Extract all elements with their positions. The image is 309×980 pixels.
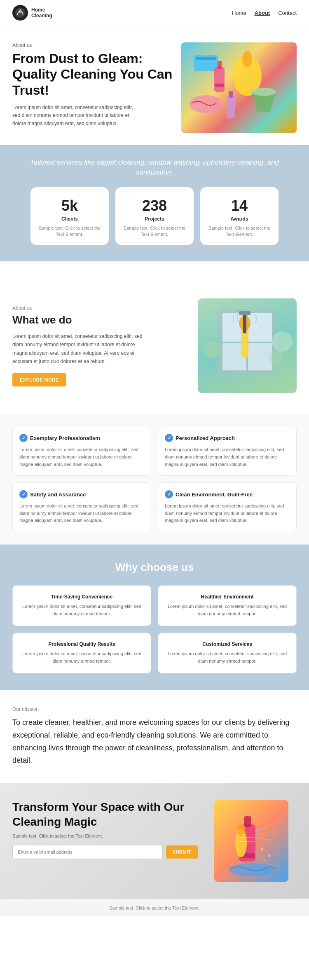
why-card-title-2: Professional Quality Results bbox=[20, 641, 143, 647]
feature-check-icon-3: ✓ bbox=[165, 490, 173, 498]
why-grid: Time-Saving Convenience Lorem ipsum dolo… bbox=[12, 585, 297, 673]
feature-title-row-2: ✓ Safety and Assurance bbox=[19, 490, 144, 498]
feature-desc-0: Lorem ipsum dolor sit amet, consetetur s… bbox=[19, 446, 144, 468]
why-card-title-3: Customized Services bbox=[166, 641, 289, 647]
nav-home[interactable]: Home bbox=[232, 10, 246, 16]
logo-text: Home Cleaning bbox=[31, 7, 52, 19]
svg-rect-12 bbox=[229, 91, 233, 98]
mission-section: Our mission To create cleaner, healthier… bbox=[0, 690, 309, 783]
logo: Home Cleaning bbox=[12, 5, 52, 21]
what-content: About us What we do Lorem ipsum dolor si… bbox=[12, 305, 185, 386]
svg-rect-31 bbox=[240, 841, 255, 842]
svg-rect-3 bbox=[196, 57, 216, 60]
nav-links: Home About Contact bbox=[232, 10, 297, 16]
svg-rect-20 bbox=[243, 313, 246, 333]
stats-tagline: Tailored services like carpet cleaning, … bbox=[12, 158, 297, 177]
feature-title-1: Personalized Approach bbox=[176, 435, 235, 441]
svg-rect-15 bbox=[248, 313, 272, 342]
stats-section: Tailored services like carpet cleaning, … bbox=[0, 145, 309, 261]
window-cleaning-illustration bbox=[202, 300, 293, 391]
feature-title-2: Safety and Assurance bbox=[30, 491, 86, 498]
hero-title: From Dust to Gleam: Quality Cleaning You… bbox=[12, 51, 173, 98]
logo-icon bbox=[12, 5, 28, 21]
stat-label-awards: Awards bbox=[207, 216, 272, 222]
cta-title: Transform Your Space with Our Cleaning M… bbox=[12, 800, 198, 830]
feature-card-1: ✓ Personalized Approach Lorem ipsum dolo… bbox=[158, 426, 297, 476]
svg-rect-21 bbox=[239, 311, 250, 315]
cta-section: Transform Your Space with Our Cleaning M… bbox=[0, 783, 309, 899]
svg-text:✦: ✦ bbox=[268, 854, 271, 858]
cta-form: SUBMIT bbox=[12, 845, 198, 859]
svg-text:✦: ✦ bbox=[263, 859, 266, 862]
svg-point-23 bbox=[272, 331, 293, 352]
why-card-desc-2: Lorem ipsum dolor sit amet, consetetur s… bbox=[20, 650, 143, 665]
why-card-3: Customized Services Lorem ipsum dolor si… bbox=[158, 633, 297, 673]
explore-more-button[interactable]: EXPLORE MORE bbox=[12, 373, 66, 386]
footer-bar: Sample text. Click to select the Text El… bbox=[0, 899, 309, 916]
feature-title-0: Exemplary Professionalism bbox=[30, 435, 100, 441]
what-description: Lorem ipsum dolor sit amet, consetetur s… bbox=[12, 332, 144, 366]
stat-label-projects: Projects bbox=[122, 216, 187, 222]
features-grid: ✓ Exemplary Professionalism Lorem ipsum … bbox=[12, 426, 297, 532]
stat-card-awards: 14 Awards Sample text. Click to select t… bbox=[200, 187, 279, 245]
svg-rect-7 bbox=[218, 61, 222, 69]
svg-rect-26 bbox=[244, 816, 251, 827]
cta-image-inner: ✦ ✦ ✦ bbox=[214, 800, 288, 882]
feature-card-0: ✓ Exemplary Professionalism Lorem ipsum … bbox=[12, 426, 151, 476]
stat-number-projects: 238 bbox=[122, 197, 187, 214]
why-card-desc-0: Lorem ipsum dolor sit amet, consetetur s… bbox=[20, 603, 143, 617]
why-card-2: Professional Quality Results Lorem ipsum… bbox=[12, 633, 151, 673]
feature-check-icon-1: ✓ bbox=[165, 434, 173, 442]
feature-desc-3: Lorem ipsum dolor sit amet, consetetur s… bbox=[165, 503, 290, 524]
cta-description: Sample text. Click to select the Text El… bbox=[12, 833, 198, 838]
stats-cards: 5k Clients Sample text. Click to select … bbox=[12, 187, 297, 245]
stat-card-clients: 5k Clients Sample text. Click to select … bbox=[30, 187, 109, 245]
svg-rect-6 bbox=[214, 67, 225, 92]
feature-desc-2: Lorem ipsum dolor sit amet, consetetur s… bbox=[19, 503, 144, 524]
why-card-desc-1: Lorem ipsum dolor sit amet, consetetur s… bbox=[166, 603, 289, 617]
feature-desc-1: Lorem ipsum dolor sit amet, consetetur s… bbox=[165, 446, 290, 468]
cta-illustration: ✦ ✦ ✦ bbox=[218, 804, 284, 878]
svg-rect-17 bbox=[248, 343, 272, 370]
feature-check-icon-0: ✓ bbox=[19, 434, 28, 442]
nav-contact[interactable]: Contact bbox=[278, 10, 297, 16]
navbar: Home Cleaning Home About Contact bbox=[0, 0, 309, 26]
why-card-title-1: Healthier Environment bbox=[166, 594, 289, 600]
hero-section: About us From Dust to Gleam: Quality Cle… bbox=[0, 26, 309, 145]
feature-title-3: Clean Environment, Guilt-Free bbox=[176, 491, 253, 498]
stat-number-awards: 14 bbox=[207, 197, 272, 214]
why-card-1: Healthier Environment Lorem ipsum dolor … bbox=[158, 585, 297, 626]
feature-check-icon-2: ✓ bbox=[19, 490, 28, 498]
svg-point-35 bbox=[229, 863, 274, 876]
feature-card-2: ✓ Safety and Assurance Lorem ipsum dolor… bbox=[12, 482, 151, 532]
svg-text:✦: ✦ bbox=[260, 846, 265, 852]
cleaning-supplies-illustration bbox=[181, 42, 288, 129]
mission-text: To create cleaner, healthier, and more w… bbox=[12, 716, 297, 766]
footer-text: Sample text. Click to select the Text El… bbox=[109, 906, 200, 910]
svg-point-29 bbox=[237, 823, 245, 836]
stat-desc-awards: Sample text. Click to select the Text El… bbox=[207, 225, 272, 238]
why-card-desc-3: Lorem ipsum dolor sit amet, consetetur s… bbox=[166, 650, 289, 665]
hero-content: About us From Dust to Gleam: Quality Cle… bbox=[12, 42, 173, 133]
feature-title-row-0: ✓ Exemplary Professionalism bbox=[19, 434, 144, 442]
cta-image: ✦ ✦ ✦ bbox=[206, 800, 297, 882]
cta-submit-button[interactable]: SUBMIT bbox=[166, 845, 198, 859]
svg-point-10 bbox=[251, 88, 276, 96]
hero-image bbox=[181, 42, 297, 133]
feature-card-3: ✓ Clean Environment, Guilt-Free Lorem ip… bbox=[158, 482, 297, 532]
features-section: ✓ Exemplary Professionalism Lorem ipsum … bbox=[0, 414, 309, 545]
hero-tag: About us bbox=[12, 42, 173, 48]
feature-title-row-3: ✓ Clean Environment, Guilt-Free bbox=[165, 490, 290, 498]
what-title: What we do bbox=[12, 314, 185, 326]
hero-image-inner bbox=[181, 42, 297, 133]
why-choose-us-section: Why choose us Time-Saving Convenience Lo… bbox=[0, 545, 309, 690]
why-card-0: Time-Saving Convenience Lorem ipsum dolo… bbox=[12, 585, 151, 626]
svg-rect-30 bbox=[240, 837, 255, 838]
cta-email-input[interactable] bbox=[12, 845, 163, 859]
what-image bbox=[198, 298, 297, 393]
nav-about[interactable]: About bbox=[255, 10, 270, 16]
what-image-inner bbox=[198, 298, 297, 393]
svg-point-1 bbox=[19, 9, 21, 11]
what-we-do-section: About us What we do Lorem ipsum dolor si… bbox=[0, 278, 309, 414]
feature-title-row-1: ✓ Personalized Approach bbox=[165, 434, 290, 442]
